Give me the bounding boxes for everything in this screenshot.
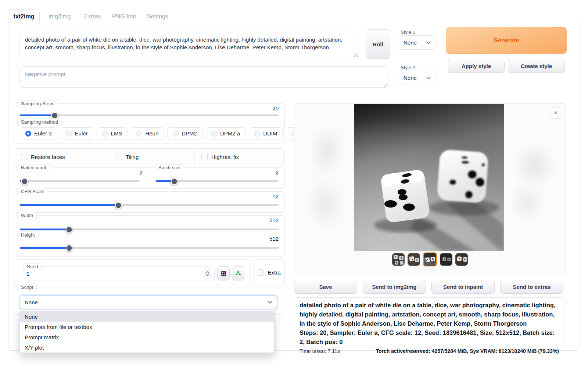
send-to-inpaint-button[interactable]: Send to inpaint <box>431 280 495 294</box>
script-option-prompts-from-file[interactable]: Prompts from file or textbox <box>20 322 274 332</box>
stepper-down-icon[interactable] <box>206 274 209 276</box>
batch-count-slider-thumb[interactable] <box>21 178 28 185</box>
extra-checkbox-item[interactable]: Extra <box>258 269 280 276</box>
restore-faces-checkbox-item[interactable]: Restore faces <box>14 154 109 160</box>
style2-label: Style 2 <box>401 65 415 70</box>
random-seed-button[interactable] <box>217 266 230 280</box>
script-option-xy-plot[interactable]: X/Y plot <box>20 342 274 353</box>
toggles-panel: Restore faces Tiling Highres. fix <box>14 148 285 165</box>
script-select[interactable]: None <box>20 296 277 309</box>
style2-select[interactable]: None <box>399 71 435 85</box>
radio-icon <box>66 131 72 137</box>
generation-info-box: detailed photo of a pair of white die on… <box>294 297 564 347</box>
sampler-label: DDIM <box>263 130 277 137</box>
gallery-thumbnail[interactable] <box>440 253 452 266</box>
sampler-dpm2-a[interactable]: DPM2 a <box>206 127 245 139</box>
cfg-scale-value: 12 <box>272 193 279 199</box>
sampler-heun[interactable]: Heun <box>131 127 164 139</box>
generation-info-params: Steps: 20, Sampler: Euler a, CFG scale: … <box>300 328 559 347</box>
sampling-method-label: Sampling method <box>17 118 62 126</box>
sampler-label: LMS <box>111 130 122 137</box>
generate-button[interactable]: Generate <box>446 27 567 54</box>
batch-size-slider[interactable] <box>156 180 278 182</box>
tab-img2img[interactable]: img2img <box>49 9 71 24</box>
send-to-extras-button[interactable]: Send to extras <box>500 280 563 294</box>
sampler-euler[interactable]: Euler <box>61 127 93 139</box>
height-slider-thumb[interactable] <box>65 244 72 251</box>
sampler-dpm2[interactable]: DPM2 <box>167 127 202 139</box>
gallery-next-image-blurred[interactable] <box>506 111 559 233</box>
create-style-button[interactable]: Create style <box>508 59 565 73</box>
dice-icon <box>220 270 227 277</box>
restore-faces-label: Restore faces <box>31 154 65 160</box>
highres-fix-checkbox[interactable] <box>201 154 208 160</box>
batch-size-value: 2 <box>276 169 279 176</box>
size-panel: Width 512 Height 512 <box>14 215 285 256</box>
radio-icon <box>136 131 142 137</box>
style1-select[interactable]: None <box>399 35 435 50</box>
chevron-down-icon <box>268 301 272 304</box>
prompt-input[interactable]: detailed photo of a pair of white die on… <box>19 32 359 58</box>
width-slider[interactable] <box>20 229 279 230</box>
radio-selected-icon <box>25 131 31 137</box>
seed-input[interactable] <box>25 270 204 277</box>
sampler-euler-a[interactable]: Euler a <box>20 127 57 139</box>
send-to-img2img-button[interactable]: Send to img2img <box>363 280 426 294</box>
batch-size-label: Batch size <box>155 164 184 171</box>
chevron-down-icon <box>426 41 431 44</box>
gallery-prev-image-blurred[interactable] <box>302 111 353 244</box>
script-value: None <box>25 299 38 305</box>
roll-button[interactable]: Roll <box>366 29 390 59</box>
tab-settings[interactable]: Settings <box>147 9 168 24</box>
script-option-prompt-matrix[interactable]: Prompt matrix <box>20 332 274 342</box>
generated-image-dice[interactable] <box>354 104 504 251</box>
generation-info-prompt: detailed photo of a pair of white die on… <box>300 301 559 328</box>
seed-label: Seed <box>23 263 42 270</box>
sampling-steps-slider[interactable] <box>20 114 279 116</box>
cfg-panel: CFG Scale 12 <box>14 191 285 213</box>
tiling-checkbox-item[interactable]: Tiling <box>109 149 194 165</box>
highres-fix-checkbox-item[interactable]: Highres. fix <box>194 149 284 165</box>
radio-icon <box>211 131 217 137</box>
batch-count-label: Batch count <box>17 164 50 171</box>
close-icon[interactable]: × <box>550 107 561 118</box>
reuse-seed-button[interactable] <box>232 266 244 280</box>
time-taken-text: Time taken: 7.11s <box>300 348 340 354</box>
gallery-thumbnail[interactable] <box>455 253 468 266</box>
gallery-thumbnail[interactable] <box>408 253 420 266</box>
batch-size-slider-thumb[interactable] <box>171 178 178 185</box>
seed-stepper[interactable] <box>204 269 211 278</box>
tab-txt2img[interactable]: txt2img <box>8 9 40 24</box>
style1-label: Style 1 <box>401 29 415 35</box>
gallery-thumbnail-selected[interactable] <box>423 252 437 266</box>
batch-count-slider[interactable] <box>20 180 139 182</box>
width-slider-thumb[interactable] <box>65 226 72 233</box>
apply-style-button[interactable]: Apply style <box>448 59 505 73</box>
extra-checkbox[interactable] <box>258 269 264 276</box>
sampler-ddim[interactable]: DDIM <box>249 127 283 139</box>
sampler-label: DPM2 <box>182 130 197 137</box>
tab-extras[interactable]: Extras <box>84 9 101 24</box>
cfg-scale-slider-thumb[interactable] <box>115 202 122 209</box>
save-button[interactable]: Save <box>294 280 357 294</box>
sampling-panel: Sampling Steps 20 Sampling method Euler … <box>14 103 285 144</box>
cfg-scale-slider[interactable] <box>20 204 279 206</box>
height-label: Height <box>17 231 39 239</box>
tiling-checkbox[interactable] <box>116 154 122 160</box>
restore-faces-checkbox[interactable] <box>21 154 27 160</box>
tab-png-info[interactable]: PNG Info <box>112 9 136 24</box>
height-slider[interactable] <box>20 247 279 249</box>
chevron-down-icon <box>426 77 431 79</box>
cfg-scale-label: CFG Scale <box>17 188 48 195</box>
vram-usage-text: Torch active/reserved: 4257/5284 MiB, Sy… <box>376 348 559 354</box>
sampler-label: Euler <box>75 130 88 137</box>
sampling-steps-slider-thumb[interactable] <box>51 112 58 119</box>
width-value: 512 <box>269 217 279 223</box>
stepper-up-icon[interactable] <box>206 271 209 273</box>
script-option-none[interactable]: None <box>20 311 274 322</box>
batch-panel: Batch count 2 Batch size 2 <box>14 167 285 189</box>
sampler-lms[interactable]: LMS <box>97 127 128 139</box>
gallery-thumbnail[interactable] <box>392 253 405 266</box>
negative-prompt-input[interactable] <box>19 66 388 88</box>
script-dropdown-menu: None Prompts from file or textbox Prompt… <box>19 311 275 353</box>
